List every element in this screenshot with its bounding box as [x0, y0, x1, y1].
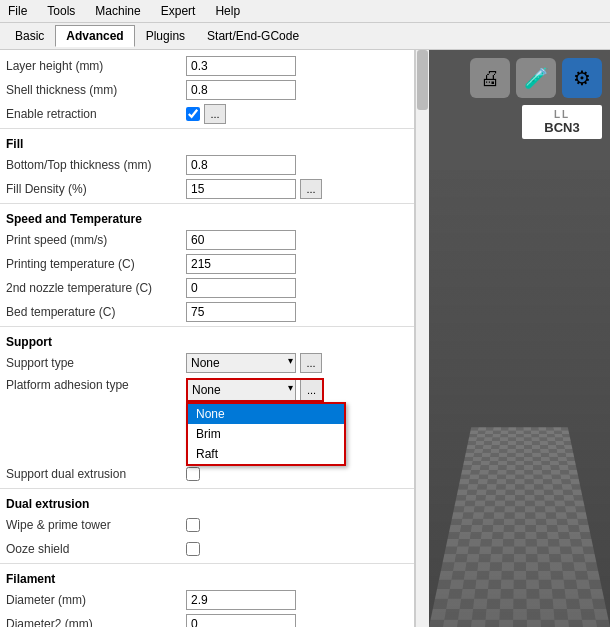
enable-retraction-row: Enable retraction ...	[0, 102, 414, 126]
diameter-row: Diameter (mm)	[0, 588, 414, 612]
support-type-label: Support type	[6, 356, 186, 370]
view-overlay	[429, 170, 610, 627]
nozzle-2nd-row: 2nd nozzle temperature (C)	[0, 276, 414, 300]
filament-section-header: Filament	[0, 566, 414, 588]
diameter2-input[interactable]	[186, 614, 296, 627]
scrollbar[interactable]	[415, 50, 429, 627]
platform-adhesion-row: Platform adhesion type None Brim Raft ..…	[0, 375, 414, 404]
menu-machine[interactable]: Machine	[91, 2, 144, 20]
platform-adhesion-label: Platform adhesion type	[6, 378, 186, 392]
dual-section-header: Dual extrusion	[0, 491, 414, 513]
settings-icon-btn[interactable]: ⚙	[562, 58, 602, 98]
print-speed-row: Print speed (mm/s)	[0, 228, 414, 252]
menu-expert[interactable]: Expert	[157, 2, 200, 20]
ooze-shield-label: Ooze shield	[6, 542, 186, 556]
bed-temp-input[interactable]	[186, 302, 296, 322]
platform-adhesion-dropdown-area: None Brim Raft ... None Brim Raft	[186, 378, 324, 402]
fill-section-header: Fill	[0, 131, 414, 153]
print-speed-label: Print speed (mm/s)	[6, 233, 186, 247]
support-dual-label: Support dual extrusion	[6, 467, 186, 481]
platform-adhesion-border-box: None Brim Raft ...	[186, 378, 324, 402]
layer-height-row: Layer height (mm)	[0, 54, 414, 78]
bottom-top-thickness-label: Bottom/Top thickness (mm)	[6, 158, 186, 172]
bottom-top-thickness-input[interactable]	[186, 155, 296, 175]
enable-retraction-label: Enable retraction	[6, 107, 186, 121]
diameter2-row: Diameter2 (mm)	[0, 612, 414, 627]
dropdown-option-brim[interactable]: Brim	[188, 424, 344, 444]
layer-height-label: Layer height (mm)	[6, 59, 186, 73]
wipe-prime-label: Wipe & prime tower	[6, 518, 186, 532]
menu-bar: File Tools Machine Expert Help	[0, 0, 610, 23]
bed-temp-row: Bed temperature (C)	[0, 300, 414, 324]
fill-density-row: Fill Density (%) ...	[0, 177, 414, 201]
logo-letters: LL	[526, 109, 598, 120]
logo-text: BCN3	[526, 120, 598, 135]
flask-icon-btn[interactable]: 🧪	[516, 58, 556, 98]
support-dual-checkbox[interactable]	[186, 467, 200, 481]
nozzle-2nd-label: 2nd nozzle temperature (C)	[6, 281, 186, 295]
shell-thickness-label: Shell thickness (mm)	[6, 83, 186, 97]
platform-adhesion-select[interactable]: None Brim Raft	[188, 380, 296, 400]
shell-thickness-input[interactable]	[186, 80, 296, 100]
platform-adhesion-dropdown-popup: None Brim Raft	[186, 402, 346, 466]
enable-retraction-checkbox[interactable]	[186, 107, 200, 121]
diameter-label: Diameter (mm)	[6, 593, 186, 607]
print-speed-input[interactable]	[186, 230, 296, 250]
shell-thickness-row: Shell thickness (mm)	[0, 78, 414, 102]
tab-advanced[interactable]: Advanced	[55, 25, 134, 47]
layer-height-input[interactable]	[186, 56, 296, 76]
menu-file[interactable]: File	[4, 2, 31, 20]
retraction-more-btn[interactable]: ...	[204, 104, 226, 124]
diameter2-label: Diameter2 (mm)	[6, 617, 186, 627]
support-type-row: Support type None Lines ...	[0, 351, 414, 375]
tab-basic[interactable]: Basic	[4, 25, 55, 47]
toolbar-icons: 🖨 🧪 ⚙	[470, 58, 602, 98]
bottom-top-thickness-row: Bottom/Top thickness (mm)	[0, 153, 414, 177]
wipe-prime-row: Wipe & prime tower	[0, 513, 414, 537]
menu-help[interactable]: Help	[211, 2, 244, 20]
print-icon: 🖨	[480, 67, 500, 90]
platform-adhesion-more-btn[interactable]: ...	[300, 380, 322, 400]
ooze-shield-checkbox[interactable]	[186, 542, 200, 556]
diameter-input[interactable]	[186, 590, 296, 610]
menu-tools[interactable]: Tools	[43, 2, 79, 20]
support-type-more-btn[interactable]: ...	[300, 353, 322, 373]
dropdown-option-raft[interactable]: Raft	[188, 444, 344, 464]
main-content: Layer height (mm) Shell thickness (mm) E…	[0, 50, 610, 627]
ooze-shield-row: Ooze shield	[0, 537, 414, 561]
flask-icon: 🧪	[524, 66, 549, 90]
tab-start-end-gcode[interactable]: Start/End-GCode	[196, 25, 310, 47]
view-panel: 🖨 🧪 ⚙ LL BCN3	[429, 50, 610, 627]
support-section-header: Support	[0, 329, 414, 351]
support-type-select[interactable]: None Lines	[186, 353, 296, 373]
fill-density-label: Fill Density (%)	[6, 182, 186, 196]
bed-temp-label: Bed temperature (C)	[6, 305, 186, 319]
printing-temp-label: Printing temperature (C)	[6, 257, 186, 271]
gear-icon: ⚙	[573, 66, 591, 90]
platform-adhesion-select-wrapper: None Brim Raft	[188, 380, 296, 400]
speed-section-header: Speed and Temperature	[0, 206, 414, 228]
fill-density-more-btn[interactable]: ...	[300, 179, 322, 199]
settings-panel: Layer height (mm) Shell thickness (mm) E…	[0, 50, 415, 627]
logo-area: LL BCN3	[522, 105, 602, 139]
support-type-select-wrapper: None Lines	[186, 353, 296, 373]
nozzle-2nd-input[interactable]	[186, 278, 296, 298]
tab-plugins[interactable]: Plugins	[135, 25, 196, 47]
printing-temp-row: Printing temperature (C)	[0, 252, 414, 276]
print-icon-btn[interactable]: 🖨	[470, 58, 510, 98]
tab-bar: Basic Advanced Plugins Start/End-GCode	[0, 23, 610, 50]
dropdown-option-none[interactable]: None	[188, 404, 344, 424]
printing-temp-input[interactable]	[186, 254, 296, 274]
wipe-prime-checkbox[interactable]	[186, 518, 200, 532]
fill-density-input[interactable]	[186, 179, 296, 199]
